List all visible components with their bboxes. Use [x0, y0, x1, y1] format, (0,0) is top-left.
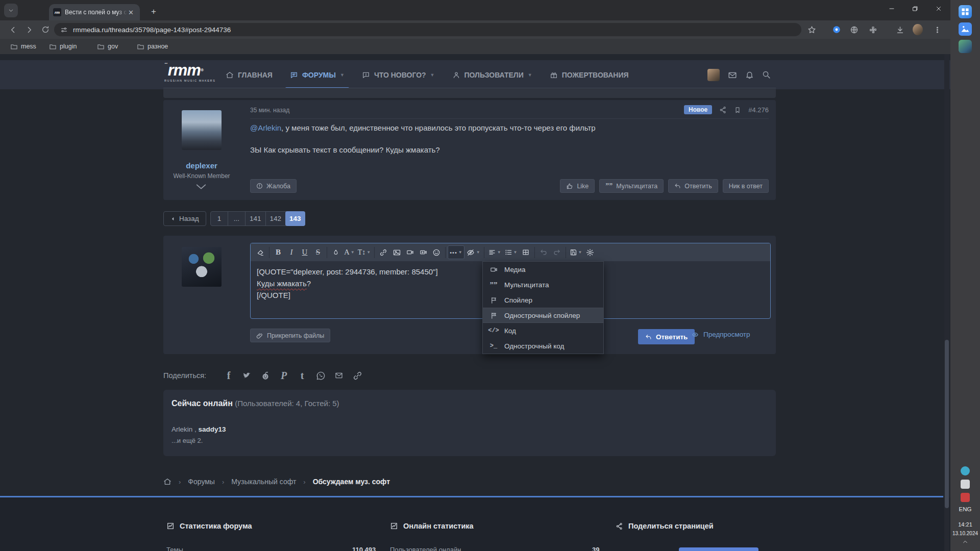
post-author-avatar[interactable] — [182, 110, 222, 150]
italic-button[interactable]: I — [285, 245, 298, 259]
spoiler-button[interactable]: ▼ — [464, 245, 482, 259]
page-scrollbar[interactable] — [944, 54, 949, 551]
site-logo[interactable]: ¨rmm® RUSSIAN MUSIC MAKERS — [164, 63, 215, 82]
nav-item-forums[interactable]: ФОРУМЫ ▼ — [281, 60, 353, 89]
insert-video-button[interactable] — [403, 245, 416, 259]
redo-button[interactable] — [550, 245, 564, 259]
copy-link-icon[interactable] — [348, 371, 366, 381]
page-link-current[interactable]: 143 — [285, 211, 305, 226]
taskbar-app-icon[interactable] — [959, 5, 972, 18]
bookmark-folder[interactable]: разное — [137, 41, 168, 52]
submit-reply-button[interactable]: Ответить — [638, 329, 695, 344]
tray-icon[interactable] — [961, 480, 970, 489]
back-button[interactable] — [7, 24, 18, 35]
bookmark-folder[interactable]: mess — [10, 41, 36, 52]
new-tab-button[interactable]: + — [147, 5, 160, 18]
like-button[interactable]: Like — [560, 179, 595, 193]
page-ellipsis[interactable]: ... — [228, 212, 246, 226]
globe-extension-icon[interactable] — [849, 24, 859, 35]
inbox-icon[interactable] — [728, 70, 737, 80]
nav-item-whats-new[interactable]: ЧТО НОВОГО? ▼ — [353, 60, 444, 89]
bookmark-star-icon[interactable] — [806, 24, 817, 35]
menu-item-spoiler[interactable]: Спойлер — [483, 292, 603, 308]
menu-item-inline-code[interactable]: >_ Однострочный код — [483, 338, 603, 354]
attach-files-button[interactable]: Прикрепить файлы — [250, 329, 330, 342]
strikethrough-button[interactable]: S — [311, 245, 325, 259]
browser-tab[interactable]: rm Вести с полей о муз софте | Rm ✕ — [49, 4, 140, 20]
font-size-button[interactable]: T↕▼ — [356, 245, 372, 259]
tray-icon[interactable] — [961, 466, 970, 475]
preview-button[interactable]: Предпросмотр — [691, 331, 750, 338]
url-text[interactable]: rmmedia.ru/threads/35798/page-143#post-2… — [73, 26, 231, 34]
bookmark-folder[interactable]: gov — [97, 41, 118, 52]
pinterest-icon[interactable]: P — [275, 370, 293, 381]
bookmark-folder[interactable]: plugin — [49, 41, 77, 52]
alignment-button[interactable]: ▼ — [486, 245, 503, 259]
menu-item-code[interactable]: </> Код — [483, 323, 603, 338]
downloads-icon[interactable] — [895, 24, 905, 35]
profile-avatar[interactable] — [913, 24, 923, 35]
text-color-button[interactable] — [329, 245, 342, 259]
breadcrumb-link[interactable]: Форумы — [188, 478, 215, 486]
list-button[interactable]: ▼ — [503, 245, 519, 259]
facebook-icon[interactable]: f — [219, 370, 238, 381]
nav-item-donations[interactable]: ПОЖЕРТВОВАНИЯ — [541, 60, 638, 89]
smilies-button[interactable] — [430, 245, 443, 259]
menu-item-multiquote[interactable]: ”” Мультицитата — [483, 277, 603, 292]
forward-button[interactable] — [23, 24, 35, 35]
multiquote-button[interactable]: ”” Мультицитата — [599, 179, 664, 193]
tumblr-icon[interactable]: t — [293, 370, 311, 381]
bold-button[interactable]: B — [272, 245, 285, 259]
taskbar-app-icon[interactable] — [959, 40, 972, 53]
post-number[interactable]: #4.276 — [748, 106, 769, 114]
current-user-avatar[interactable] — [182, 247, 222, 287]
insert-image-button[interactable] — [390, 245, 403, 259]
user-avatar[interactable] — [707, 69, 720, 81]
taskbar-photos-icon[interactable] — [959, 22, 972, 36]
underline-button[interactable]: U — [298, 245, 311, 259]
page-link[interactable]: 1 — [211, 212, 228, 226]
menu-item-media[interactable]: Медиа — [483, 262, 603, 277]
author-expand-chevron-icon[interactable] — [195, 184, 207, 190]
email-icon[interactable] — [330, 371, 348, 380]
clock-time[interactable]: 14:21 — [950, 521, 980, 528]
more-options-button[interactable]: •••▼ — [448, 245, 464, 259]
alerts-bell-icon[interactable] — [745, 70, 754, 79]
bookmark-icon[interactable] — [734, 106, 741, 114]
mention-link[interactable]: @Arlekin — [250, 123, 281, 132]
whatsapp-icon[interactable] — [311, 371, 330, 381]
menu-item-inline-spoiler[interactable]: Однострочный спойлер — [483, 308, 603, 323]
close-button[interactable] — [927, 0, 950, 17]
font-family-button[interactable]: A▼ — [342, 245, 356, 259]
address-bar[interactable]: rmmedia.ru/threads/35798/page-143#post-2… — [54, 23, 801, 36]
home-icon[interactable] — [163, 478, 172, 486]
insert-link-button[interactable] — [377, 245, 390, 259]
report-button[interactable]: Жалоба — [250, 179, 297, 193]
undo-button[interactable] — [537, 245, 550, 259]
reload-button[interactable] — [40, 24, 51, 35]
extensions-puzzle-icon[interactable] — [868, 24, 878, 35]
reddit-icon[interactable] — [256, 371, 275, 381]
page-link[interactable]: 141 — [246, 212, 266, 226]
tray-icon[interactable] — [961, 493, 970, 502]
reply-button[interactable]: Ответить — [668, 179, 718, 193]
scrollbar-thumb[interactable] — [945, 340, 949, 508]
post-timestamp[interactable]: 35 мин. назад — [250, 107, 289, 114]
remove-format-button[interactable] — [254, 245, 267, 259]
restore-button[interactable] — [903, 0, 927, 17]
online-user-link[interactable]: Arlekin — [172, 425, 192, 433]
online-user-link[interactable]: saddy13 — [199, 425, 226, 433]
drafts-button[interactable]: ▼ — [568, 245, 584, 259]
editor-settings-button[interactable] — [583, 245, 597, 259]
keyboard-language[interactable]: ENG — [950, 506, 980, 512]
nav-item-home[interactable]: ГЛАВНАЯ — [217, 60, 281, 89]
clock-date[interactable]: 13.10.2024 — [950, 531, 980, 536]
footer-share-button-partial[interactable] — [679, 547, 758, 551]
nick-reply-button[interactable]: Ник в ответ — [723, 179, 769, 193]
page-link[interactable]: 142 — [266, 212, 286, 226]
breadcrumb-link[interactable]: Музыкальный софт — [231, 478, 296, 486]
tab-close-icon[interactable]: ✕ — [128, 9, 134, 16]
site-info-icon[interactable] — [60, 26, 68, 34]
twitter-icon[interactable] — [238, 371, 256, 380]
minimize-button[interactable] — [880, 0, 903, 17]
